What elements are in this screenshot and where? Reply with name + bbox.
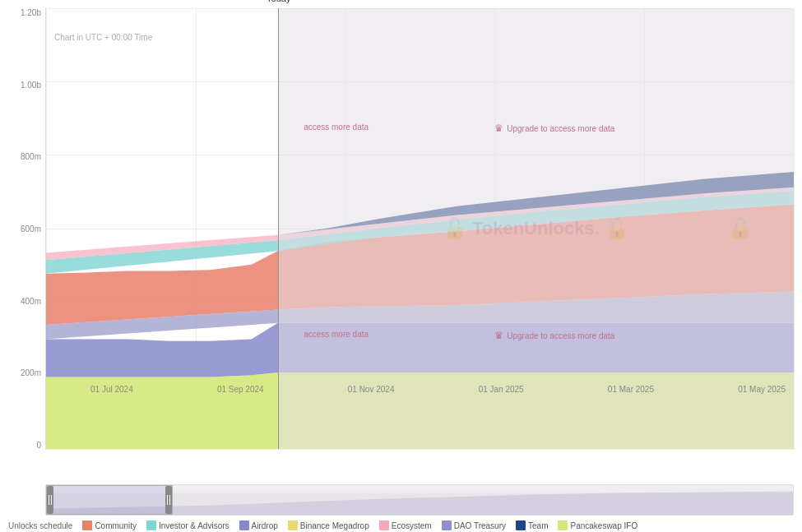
x-label-mar25: 01 Mar 2025 — [608, 385, 654, 394]
dao-label: DAO Treasury — [454, 521, 506, 530]
pancakeswap-label: Pancakeswap IFO — [570, 521, 637, 530]
x-label-may25: 01 May 2025 — [738, 385, 786, 394]
x-label-jan25: 01 Jan 2025 — [479, 385, 524, 394]
ecosystem-label: Ecosystem — [392, 521, 432, 530]
legend-investor-advisors: Investor & Advisors — [146, 520, 229, 530]
y-label-120b: 1.20b — [21, 8, 41, 17]
chart-container: 1.20b 1.00b 800m 600m 400m 200m 0 Chart — [0, 0, 802, 532]
airdrop-label: Airdrop — [252, 521, 278, 530]
navigator-selection[interactable] — [46, 485, 173, 515]
dao-swatch — [442, 520, 452, 530]
legend-pancakeswap-ifo: Pancakeswap IFO — [558, 520, 637, 530]
y-label-400m: 400m — [21, 297, 41, 306]
navigator[interactable] — [45, 484, 794, 516]
x-label-nov24: 01 Nov 2024 — [348, 385, 395, 394]
navigator-handle-right[interactable] — [165, 486, 172, 514]
community-swatch — [82, 520, 92, 530]
y-label-200m: 200m — [21, 368, 41, 377]
ecosystem-swatch — [379, 520, 389, 530]
x-label-sep24: 01 Sep 2024 — [217, 385, 264, 394]
navigator-handle-left[interactable] — [47, 486, 53, 514]
legend-community: Community — [82, 520, 137, 530]
today-line: Today — [278, 8, 279, 449]
legend-ecosystem: Ecosystem — [379, 520, 432, 530]
investor-label: Investor & Advisors — [159, 521, 229, 530]
team-swatch — [516, 520, 526, 530]
binance-label: Binance Megadrop — [300, 521, 369, 530]
legend-team: Team — [516, 520, 548, 530]
chart-area: Chart in UTC + 00:00 Time — [45, 8, 794, 450]
airdrop-swatch — [239, 520, 249, 530]
team-label: Team — [528, 521, 548, 530]
y-label-600m: 600m — [21, 224, 41, 234]
chart-inner: Chart in UTC + 00:00 Time — [45, 8, 794, 450]
y-label-800m: 800m — [21, 152, 41, 161]
x-label-jul24: 01 Jul 2024 — [90, 385, 133, 394]
legend-unlocks-schedule: Unlocks schedule — [8, 521, 72, 530]
y-axis: 1.20b 1.00b 800m 600m 400m 200m 0 — [0, 8, 45, 450]
chart-svg — [46, 8, 794, 449]
legend-dao-treasury: DAO Treasury — [442, 520, 506, 530]
legend-airdrop: Airdrop — [239, 520, 278, 530]
investor-swatch — [146, 520, 156, 530]
legend-binance-megadrop: Binance Megadrop — [288, 520, 369, 530]
y-label-100b: 1.00b — [21, 81, 41, 90]
y-label-0: 0 — [36, 441, 41, 450]
community-label: Community — [95, 521, 137, 530]
pancakeswap-swatch — [558, 520, 568, 530]
today-label: Today — [267, 0, 290, 3]
legend-schedule-label: Unlocks schedule — [8, 521, 72, 530]
binance-swatch — [288, 520, 298, 530]
legend: Unlocks schedule Community Investor & Ad… — [8, 520, 794, 530]
x-axis: 01 Jul 2024 01 Sep 2024 01 Nov 2024 01 J… — [90, 385, 786, 394]
